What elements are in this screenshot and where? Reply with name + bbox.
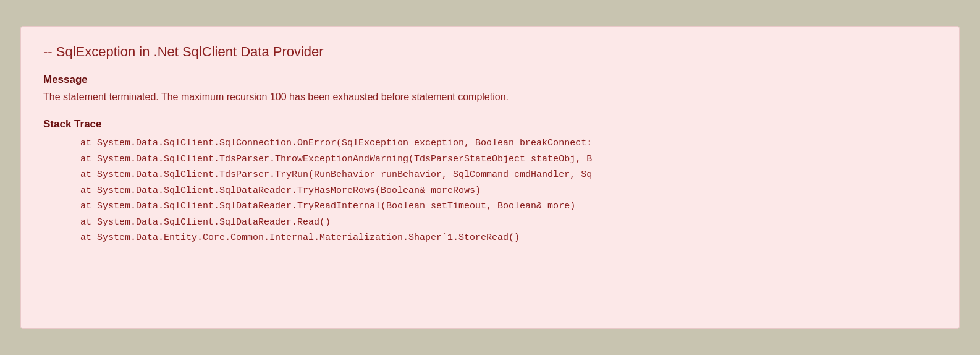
message-label: Message bbox=[43, 74, 937, 86]
exception-title: -- SqlException in .Net SqlClient Data P… bbox=[43, 44, 937, 60]
stack-line: at System.Data.SqlClient.SqlConnection.O… bbox=[43, 135, 937, 152]
stack-trace-label: Stack Trace bbox=[43, 118, 937, 130]
stack-line: at System.Data.SqlClient.SqlDataReader.R… bbox=[43, 215, 937, 231]
stack-trace-section: Stack Trace at System.Data.SqlClient.Sql… bbox=[43, 118, 937, 246]
stack-line: at System.Data.SqlClient.SqlDataReader.T… bbox=[43, 199, 937, 215]
message-text: The statement terminated. The maximum re… bbox=[43, 90, 937, 105]
stack-line: at System.Data.Entity.Core.Common.Intern… bbox=[43, 230, 937, 246]
stack-line: at System.Data.SqlClient.TdsParser.TryRu… bbox=[43, 167, 937, 183]
stack-trace-lines: at System.Data.SqlClient.SqlConnection.O… bbox=[43, 135, 937, 246]
stack-line: at System.Data.SqlClient.SqlDataReader.T… bbox=[43, 183, 937, 199]
stack-line: at System.Data.SqlClient.TdsParser.Throw… bbox=[43, 152, 937, 168]
error-box: -- SqlException in .Net SqlClient Data P… bbox=[20, 26, 960, 329]
